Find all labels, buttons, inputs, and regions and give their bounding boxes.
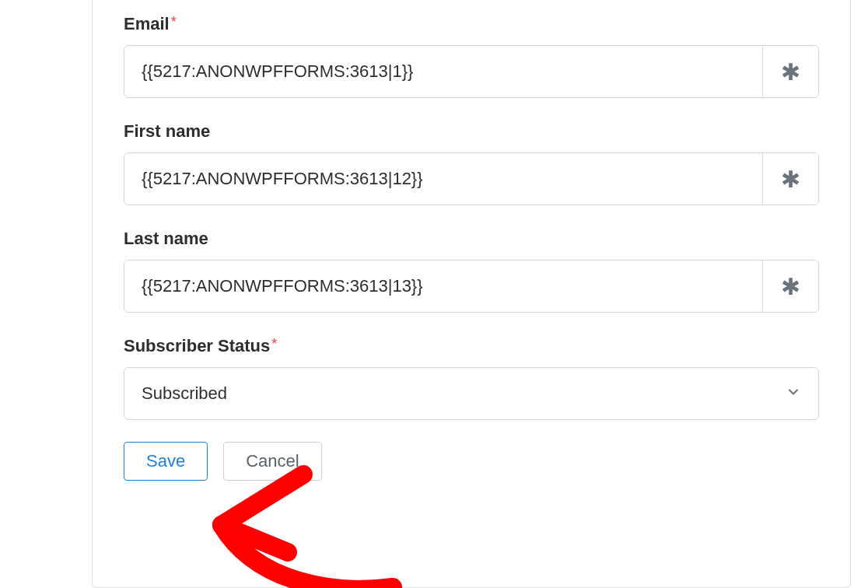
first-name-group: First name ✱: [124, 98, 819, 205]
subscriber-status-select[interactable]: Subscribed: [124, 367, 819, 420]
save-button[interactable]: Save: [124, 442, 208, 481]
first-name-token-button[interactable]: ✱: [762, 153, 818, 205]
email-token-button[interactable]: ✱: [762, 46, 818, 97]
last-name-input-row: ✱: [124, 260, 819, 313]
subscriber-status-label: Subscriber Status*: [124, 336, 277, 356]
asterisk-icon: ✱: [781, 273, 800, 300]
required-indicator: *: [171, 14, 177, 30]
first-name-label: First name: [124, 121, 210, 142]
email-input[interactable]: [124, 46, 762, 97]
subscriber-status-label-text: Subscriber Status: [124, 336, 270, 355]
subscriber-status-value: Subscribed: [142, 383, 227, 404]
first-name-input[interactable]: [124, 153, 762, 205]
last-name-input[interactable]: [124, 261, 762, 312]
asterisk-icon: ✱: [781, 58, 800, 86]
asterisk-icon: ✱: [781, 166, 800, 193]
form-panel: Email* ✱ First name ✱ Last name ✱: [92, 0, 851, 588]
email-label: Email*: [124, 14, 177, 34]
required-indicator: *: [271, 336, 277, 352]
email-input-row: ✱: [124, 45, 819, 98]
cancel-button[interactable]: Cancel: [223, 442, 321, 481]
chevron-down-icon: [786, 384, 801, 403]
subscriber-status-group: Subscriber Status* Subscribed: [124, 313, 819, 420]
email-label-text: Email: [124, 14, 170, 33]
first-name-input-row: ✱: [124, 152, 819, 205]
button-row: Save Cancel: [124, 442, 819, 481]
last-name-token-button[interactable]: ✱: [762, 261, 818, 312]
last-name-group: Last name ✱: [124, 205, 819, 313]
last-name-label: Last name: [124, 229, 208, 249]
email-group: Email* ✱: [124, 0, 819, 98]
